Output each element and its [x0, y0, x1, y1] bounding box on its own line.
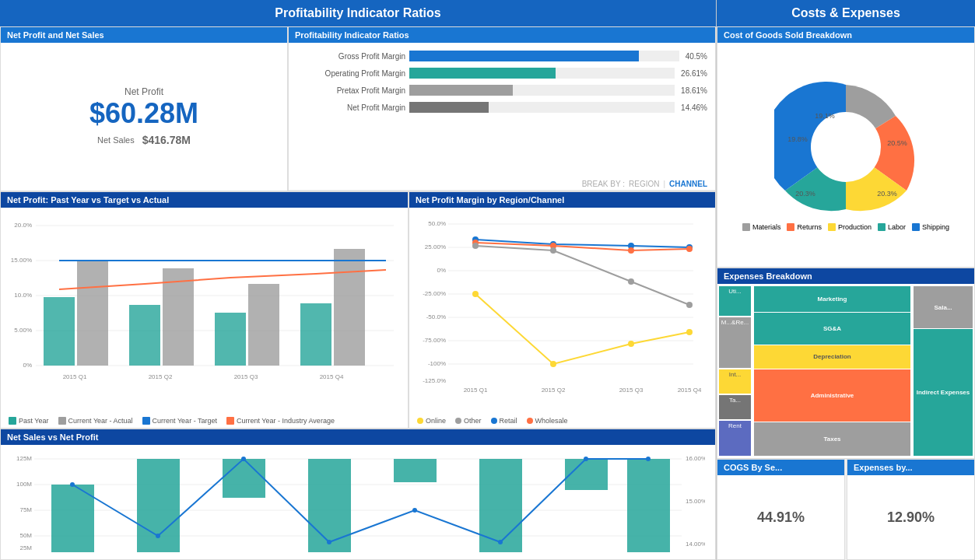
- svg-rect-70: [137, 459, 180, 552]
- net-profit-section: Net Profit and Net Sales Net Profit $60.…: [0, 26, 288, 191]
- exp-taxes-sm: Ta...: [719, 395, 751, 419]
- legend-retail: Retail: [491, 417, 517, 425]
- exp-maintenance: M...&Re...: [719, 317, 751, 368]
- exp-administrative: Administrative: [754, 369, 910, 422]
- svg-text:2015 Q2: 2015 Q2: [149, 373, 173, 380]
- cogs-section: Cost of Goods Sold Breakdown: [717, 26, 975, 268]
- profitability-header: Profitability Indicator Ratios: [289, 27, 715, 43]
- svg-point-84: [646, 457, 651, 461]
- profitability-bar-row: Pretax Profit Margin18.61%: [296, 85, 707, 96]
- svg-text:2015 Q4: 2015 Q4: [320, 373, 344, 380]
- expenses-by-value: 12.90%: [887, 509, 935, 526]
- svg-text:15.00%: 15.00%: [11, 257, 32, 264]
- legend-wholesale: Wholesale: [527, 417, 568, 425]
- cogs-legend: Materials Returns Production Labor: [735, 219, 957, 235]
- exp-utilities: Uti...: [719, 286, 751, 316]
- svg-rect-11: [129, 305, 160, 366]
- break-by-channel[interactable]: CHANNEL: [669, 180, 707, 188]
- expenses-by-section: Expenses by... 12.90%: [847, 459, 975, 560]
- svg-text:10.0%: 10.0%: [14, 292, 32, 299]
- svg-point-45: [472, 243, 479, 249]
- exp-interest: Int...: [719, 369, 751, 394]
- svg-rect-72: [308, 459, 351, 552]
- svg-point-80: [327, 540, 331, 544]
- legend-current-actual: Current Year - Actual: [58, 417, 133, 425]
- net-profit-label: Net Profit: [125, 86, 163, 97]
- svg-point-51: [628, 341, 634, 347]
- exp-sga: SG&A: [754, 313, 910, 344]
- past-year-header: Net Profit: Past Year vs Target vs Actua…: [1, 192, 408, 208]
- profitability-bar-row: Gross Profit Margin40.5%: [296, 51, 707, 61]
- svg-point-52: [686, 329, 693, 335]
- svg-text:0%: 0%: [23, 362, 32, 369]
- svg-text:-125.0%: -125.0%: [423, 377, 446, 384]
- svg-text:25M: 25M: [19, 544, 32, 551]
- profitability-bar-row: Operating Profit Margin26.61%: [296, 68, 707, 79]
- svg-text:20.0%: 20.0%: [14, 222, 32, 229]
- svg-rect-73: [394, 459, 437, 482]
- legend-online: Online: [417, 417, 446, 425]
- past-year-chart: Net Profit: Past Year vs Target vs Actua…: [0, 191, 409, 429]
- legend-materials: Materials: [742, 223, 781, 231]
- expenses-section: Expenses Breakdown Uti... M...&Re... Int…: [717, 268, 975, 459]
- svg-text:20.3%: 20.3%: [877, 190, 897, 198]
- legend-industry-avg: Current Year - Industry Average: [226, 417, 335, 425]
- expenses-header: Expenses Breakdown: [717, 268, 974, 284]
- net-sales-svg: 125M 100M 75M 50M 25M 16.00% 15.00% 14.0…: [5, 449, 705, 554]
- svg-text:50.0%: 50.0%: [428, 220, 446, 227]
- svg-point-44: [686, 246, 693, 252]
- legend-past-year: Past Year: [9, 417, 49, 425]
- svg-rect-71: [223, 459, 265, 498]
- profitability-bars: Gross Profit Margin40.5%Operating Profit…: [296, 51, 707, 113]
- expenses-by-header: Expenses by...: [847, 460, 974, 475]
- svg-rect-13: [300, 303, 331, 366]
- exp-depreciation: Depreciation: [754, 345, 910, 369]
- profitability-bar-row: Net Profit Margin14.46%: [296, 102, 707, 113]
- net-profit-header: Net Profit and Net Sales: [1, 27, 287, 43]
- svg-text:2015 Q1: 2015 Q1: [63, 373, 87, 380]
- net-sales-profit-section: Net Sales vs Net Profit 125M 100M 75M 50…: [0, 429, 716, 560]
- svg-rect-16: [248, 284, 279, 366]
- svg-text:2015 Q4: 2015 Q4: [678, 387, 701, 394]
- break-by-row: BREAK BY : REGION | CHANNEL: [289, 178, 715, 191]
- right-main-header: Costs & Expenses: [717, 0, 975, 26]
- cogs-header: Cost of Goods Sold Breakdown: [717, 27, 974, 43]
- svg-text:125M: 125M: [16, 455, 32, 462]
- bottom-right-row: COGS By Se... 44.91% Expenses by... 12.9…: [717, 459, 975, 560]
- svg-text:2015 Q3: 2015 Q3: [619, 387, 644, 394]
- past-year-svg: 20.0% 15.00% 10.0% 5.00% 0%: [5, 212, 402, 398]
- cogs-by-section: COGS By Se... 44.91%: [717, 459, 845, 560]
- svg-text:19.1%: 19.1%: [815, 112, 835, 120]
- margin-svg: 50.0% 25.00% 0% -25.00% -50.0% -75.00% -…: [413, 212, 701, 398]
- svg-point-85: [811, 112, 881, 182]
- svg-text:100M: 100M: [16, 481, 32, 488]
- svg-rect-75: [565, 459, 608, 490]
- svg-rect-14: [77, 261, 108, 366]
- svg-point-77: [70, 482, 75, 487]
- svg-text:14.00%: 14.00%: [686, 541, 705, 548]
- svg-rect-69: [51, 485, 94, 552]
- net-sales-value: $416.78M: [142, 134, 191, 146]
- left-main-header: Profitability Indicator Ratios: [0, 0, 716, 26]
- exp-indirect: Indirect Expenses: [914, 329, 973, 456]
- cogs-by-value: 44.91%: [757, 509, 805, 526]
- svg-point-82: [498, 540, 503, 544]
- svg-rect-10: [44, 297, 75, 366]
- svg-point-78: [156, 534, 160, 538]
- net-profit-margin-chart: Net Profit Margin by Region/Channel 50.0…: [409, 191, 716, 429]
- net-profit-value: $60.28M: [89, 97, 198, 130]
- legend-returns: Returns: [787, 223, 822, 231]
- svg-text:-75.00%: -75.00%: [423, 337, 446, 344]
- svg-text:5.00%: 5.00%: [14, 327, 32, 334]
- left-title: Profitability Indicator Ratios: [275, 6, 440, 19]
- legend-shipping: Shipping: [912, 223, 949, 231]
- svg-text:16.00%: 16.00%: [686, 455, 705, 462]
- exp-marketing: Marketing: [754, 286, 910, 312]
- svg-text:-25.00%: -25.00%: [423, 290, 446, 297]
- svg-text:15.00%: 15.00%: [686, 498, 705, 505]
- break-by-region[interactable]: REGION: [629, 180, 659, 188]
- svg-point-46: [550, 247, 556, 254]
- legend-other: Other: [455, 417, 482, 425]
- exp-salary: Sala...: [914, 286, 973, 328]
- svg-text:2015 Q1: 2015 Q1: [464, 387, 488, 394]
